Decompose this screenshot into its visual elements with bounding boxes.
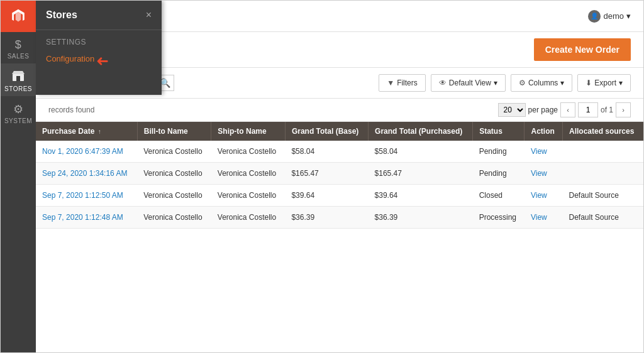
cell-status-2: Closed xyxy=(473,185,525,207)
user-menu[interactable]: 👤 demo ▾ xyxy=(588,10,631,23)
col-header-action[interactable]: Action xyxy=(525,122,563,141)
filters-label: Filters xyxy=(397,79,418,87)
cell-ship-to-name-2: Veronica Costello xyxy=(211,185,286,207)
col-header-status[interactable]: Status xyxy=(473,122,525,141)
cell-grand-total-base-2: $39.64 xyxy=(285,185,368,207)
columns-arrow-icon: ▾ xyxy=(560,79,564,87)
columns-label: Columns xyxy=(528,79,558,87)
export-button[interactable]: ⬇ Export ▾ xyxy=(577,74,631,92)
cell-bill-to-name-2: Veronica Costello xyxy=(137,185,211,207)
filters-icon: ▼ xyxy=(387,79,394,87)
stores-icon xyxy=(12,70,25,84)
cell-purchase-date-1: Sep 24, 2020 1:34:16 AM xyxy=(36,163,137,185)
cell-bill-to-name-1: Veronica Costello xyxy=(137,163,211,185)
cell-status-1: Pending xyxy=(473,163,525,185)
red-arrow-indicator: ➜ xyxy=(96,52,109,70)
toolbar-right: ▼ Filters 👁 Default View ▾ ⚙ Columns ▾ ⬇… xyxy=(379,74,631,92)
action-view-link-1[interactable]: View xyxy=(531,169,547,178)
system-icon: ⚙ xyxy=(13,102,24,116)
next-page-button[interactable]: › xyxy=(616,102,631,117)
per-page-dropdown[interactable]: 20 30 50 xyxy=(498,103,526,117)
cell-ship-to-name-3: Veronica Costello xyxy=(211,207,286,229)
table-body: Nov 1, 2020 6:47:39 AM Veronica Costello… xyxy=(36,141,643,229)
cell-bill-to-name-3: Veronica Costello xyxy=(137,207,211,229)
cell-allocated-sources-2: Default Source xyxy=(562,185,643,207)
sidebar-item-stores[interactable]: STORES xyxy=(1,63,36,96)
purchase-date-link-3[interactable]: Sep 7, 2020 1:12:48 AM xyxy=(42,213,123,222)
stores-configuration-label: Configuration xyxy=(46,54,94,63)
orders-table: Purchase Date ↑ Bill-to Name Ship-to Nam… xyxy=(36,122,643,229)
cell-purchase-date-3: Sep 7, 2020 1:12:48 AM xyxy=(36,207,137,229)
cell-ship-to-name-1: Veronica Costello xyxy=(211,163,286,185)
page-number-input[interactable] xyxy=(578,102,598,117)
columns-icon: ⚙ xyxy=(519,79,526,87)
sidebar-item-sales-label: SALES xyxy=(8,53,30,60)
cell-purchase-date-0: Nov 1, 2020 6:47:39 AM xyxy=(36,141,137,163)
purchase-date-link-0[interactable]: Nov 1, 2020 6:47:39 AM xyxy=(42,147,123,156)
cell-status-3: Processing xyxy=(473,207,525,229)
eye-icon: 👁 xyxy=(439,79,447,87)
records-text: records found xyxy=(48,106,94,114)
magento-logo-icon xyxy=(9,8,27,25)
stores-dropdown-header: Stores × xyxy=(36,1,162,30)
action-view-link-0[interactable]: View xyxy=(531,147,547,156)
filters-button[interactable]: ▼ Filters xyxy=(379,74,426,92)
cell-grand-total-base-1: $165.47 xyxy=(285,163,368,185)
per-page-selector: 20 30 50 per page xyxy=(498,103,558,117)
table-header-row: Purchase Date ↑ Bill-to Name Ship-to Nam… xyxy=(36,122,643,141)
action-view-link-2[interactable]: View xyxy=(531,191,547,200)
stores-dropdown-title: Stores xyxy=(46,9,77,21)
default-view-label: Default View xyxy=(449,79,491,87)
cell-action-1: View xyxy=(525,163,563,185)
table-row: Sep 24, 2020 1:34:16 AM Veronica Costell… xyxy=(36,163,643,185)
records-info: records found xyxy=(48,106,94,114)
table-row: Sep 7, 2020 1:12:48 AM Veronica Costello… xyxy=(36,207,643,229)
sidebar-item-sales[interactable]: $ SALES xyxy=(1,32,36,63)
cell-purchase-date-2: Sep 7, 2020 1:12:50 AM xyxy=(36,185,137,207)
page-total-label: of 1 xyxy=(601,106,613,114)
col-header-purchase-date[interactable]: Purchase Date ↑ xyxy=(36,122,137,141)
cell-grand-total-purchased-3: $36.39 xyxy=(369,207,473,229)
col-header-bill-to-name[interactable]: Bill-to Name xyxy=(137,122,211,141)
cell-action-0: View xyxy=(525,141,563,163)
stores-dropdown: Stores × Settings Configuration xyxy=(36,1,162,95)
prev-page-button[interactable]: ‹ xyxy=(560,102,575,117)
cell-status-0: Pending xyxy=(473,141,525,163)
col-header-grand-total-purchased[interactable]: Grand Total (Purchased) xyxy=(369,122,473,141)
cell-allocated-sources-0 xyxy=(562,141,643,163)
nav-logo xyxy=(1,1,36,32)
col-header-allocated-sources[interactable]: Allocated sources xyxy=(562,122,643,141)
per-page-label: per page xyxy=(528,106,558,114)
col-header-ship-to-name[interactable]: Ship-to Name xyxy=(211,122,286,141)
stores-dropdown-section-label: Settings xyxy=(36,30,162,49)
purchase-date-link-2[interactable]: Sep 7, 2020 1:12:50 AM xyxy=(42,191,123,200)
col-header-grand-total-base[interactable]: Grand Total (Base) xyxy=(285,122,368,141)
table-row: Sep 7, 2020 1:12:50 AM Veronica Costello… xyxy=(36,185,643,207)
action-view-link-3[interactable]: View xyxy=(531,213,547,222)
cell-grand-total-purchased-0: $58.04 xyxy=(369,141,473,163)
svg-rect-1 xyxy=(16,76,20,81)
cell-action-3: View xyxy=(525,207,563,229)
cell-grand-total-purchased-2: $39.64 xyxy=(369,185,473,207)
user-avatar-icon: 👤 xyxy=(588,10,601,23)
cell-allocated-sources-3: Default Source xyxy=(562,207,643,229)
default-view-button[interactable]: 👁 Default View ▾ xyxy=(431,74,506,92)
export-label: Export xyxy=(594,79,616,87)
sales-icon: $ xyxy=(15,38,22,52)
columns-button[interactable]: ⚙ Columns ▾ xyxy=(511,74,572,92)
cell-grand-total-purchased-1: $165.47 xyxy=(369,163,473,185)
pagination-bar: records found 20 30 50 per page ‹ of 1 › xyxy=(36,99,643,122)
sidebar-item-stores-label: STORES xyxy=(4,85,32,92)
stores-dropdown-close-btn[interactable]: × xyxy=(146,9,152,21)
app-wrapper: $ SALES STORES ⚙ SYSTEM Stores × Setting… xyxy=(0,0,644,353)
user-dropdown-arrow-icon: ▾ xyxy=(626,11,631,21)
cell-grand-total-base-3: $36.39 xyxy=(285,207,368,229)
sidebar-item-system[interactable]: ⚙ SYSTEM xyxy=(1,96,36,128)
default-view-arrow-icon: ▾ xyxy=(494,79,497,87)
export-arrow-icon: ▾ xyxy=(619,79,623,87)
pagination-controls: 20 30 50 per page ‹ of 1 › xyxy=(498,102,631,117)
purchase-date-link-1[interactable]: Sep 24, 2020 1:34:16 AM xyxy=(42,169,127,178)
cell-bill-to-name-0: Veronica Costello xyxy=(137,141,211,163)
cell-action-2: View xyxy=(525,185,563,207)
create-new-order-button[interactable]: Create New Order xyxy=(534,38,631,61)
